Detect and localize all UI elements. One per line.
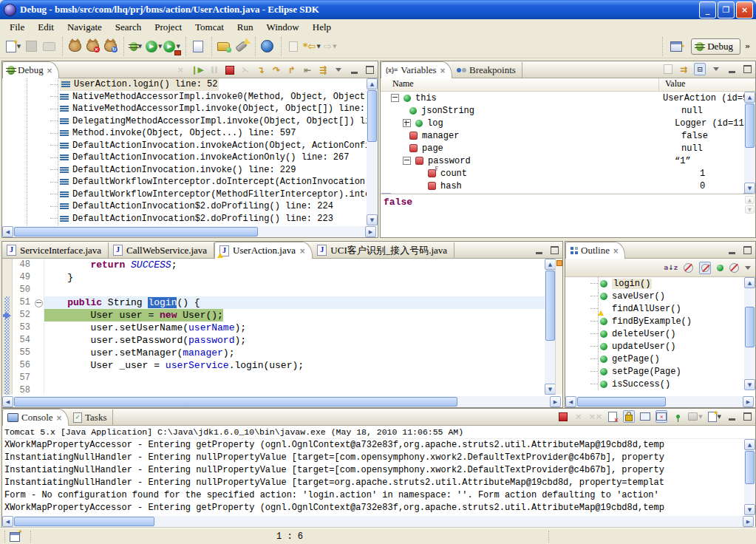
scroll-left-button[interactable]	[2, 516, 13, 527]
remove-all-terminated-icon[interactable]: ××	[589, 411, 602, 422]
collapse-fold-icon[interactable]	[35, 299, 43, 307]
scroll-thumb[interactable]	[577, 397, 666, 407]
collapse-expander-icon[interactable]	[391, 94, 399, 102]
editor-tab[interactable]: ServiceInterface.java	[2, 242, 109, 258]
menu-help[interactable]: Help	[306, 21, 338, 34]
minimize-view-icon[interactable]	[726, 64, 737, 75]
show-console-doc-icon[interactable]	[190, 38, 206, 55]
variable-row[interactable]: hash 0	[381, 180, 755, 192]
menu-search[interactable]: Search	[109, 21, 148, 34]
scroll-down-button[interactable]	[367, 214, 378, 225]
search-icon[interactable]	[234, 38, 250, 55]
hide-non-public-icon[interactable]	[717, 265, 723, 271]
detail-scroll-up-button[interactable]	[745, 196, 755, 204]
sort-icon[interactable]: a↓z	[664, 264, 678, 271]
menu-file[interactable]: File	[3, 21, 31, 34]
console-vertical-scrollbar[interactable]	[744, 439, 755, 515]
run-launch-icon[interactable]: ▶▼	[146, 38, 162, 55]
back-icon[interactable]: *⇦▼	[303, 38, 321, 55]
scroll-down-button[interactable]	[744, 183, 755, 194]
terminate-icon[interactable]	[558, 411, 568, 422]
tomcat-restart-icon[interactable]: ↻	[102, 38, 118, 55]
editor-vertical-scrollbar[interactable]	[545, 259, 556, 395]
scroll-up-button[interactable]	[367, 78, 378, 89]
suspend-icon[interactable]	[209, 64, 219, 75]
perspective-debug-button[interactable]: Debug	[691, 38, 740, 55]
use-step-filters-icon[interactable]: ⇶	[318, 64, 328, 75]
outline-item[interactable]: isSuccess()	[565, 378, 755, 390]
scroll-left-button[interactable]	[2, 396, 13, 407]
tasks-tab[interactable]: ✓ Tasks	[69, 409, 113, 425]
collapse-expander-icon[interactable]	[403, 157, 411, 165]
editor-tab[interactable]: UCI客户识别_接入号码.java	[313, 242, 454, 258]
scroll-right-button[interactable]	[550, 396, 561, 407]
web-browser-icon[interactable]	[259, 38, 276, 55]
editor-fold-column[interactable]	[33, 259, 44, 395]
stack-frame[interactable]: DefaultActionInvocation.invokeAction(Obj…	[2, 140, 378, 152]
scroll-lock-icon[interactable]	[623, 410, 635, 423]
editor-marker-bar[interactable]	[2, 259, 13, 395]
menu-edit[interactable]: Edit	[31, 21, 61, 34]
scroll-thumb[interactable]	[14, 227, 258, 237]
scroll-down-button[interactable]	[545, 384, 556, 395]
maximize-view-icon[interactable]	[742, 64, 752, 75]
maximize-view-icon[interactable]	[549, 245, 559, 256]
scroll-thumb[interactable]	[745, 103, 755, 148]
outline-item[interactable]: saveUser()	[565, 290, 755, 302]
stack-frame[interactable]: Method.invoke(Object, Object...) line: 5…	[2, 127, 378, 140]
collapse-all-icon[interactable]: ⊟	[694, 63, 706, 75]
detail-scroll-down-button[interactable]	[745, 205, 755, 214]
outline-item[interactable]: updateUser()	[565, 340, 755, 353]
editor-overview-ruler[interactable]	[555, 259, 562, 395]
scroll-thumb[interactable]	[14, 517, 154, 526]
hide-local-types-icon[interactable]	[729, 263, 739, 273]
minimize-view-icon[interactable]	[534, 245, 544, 256]
menu-project[interactable]: Project	[148, 21, 188, 34]
tomcat-stop-icon[interactable]: ×	[84, 38, 101, 55]
variables-tab[interactable]: (x)= Variables ×	[381, 61, 452, 78]
stack-frame[interactable]: DefaultActionInvocation$2.doProfiling() …	[2, 200, 378, 213]
stack-frame[interactable]: UserAction.login() line: 52	[2, 78, 378, 91]
maximize-view-icon[interactable]	[742, 245, 752, 256]
outline-item[interactable]: setPage(Page)	[565, 365, 755, 378]
debug-launch-icon[interactable]: ▼	[128, 38, 144, 55]
show-type-names-icon[interactable]	[663, 64, 673, 75]
warning-marker[interactable]	[556, 260, 562, 266]
scroll-up-button[interactable]	[744, 277, 755, 288]
clear-console-icon[interactable]: ×	[607, 411, 618, 422]
column-value[interactable]: Value	[659, 78, 685, 91]
view-menu-icon[interactable]	[745, 266, 751, 270]
debug-horizontal-scrollbar[interactable]	[2, 226, 376, 237]
stack-frame[interactable]: DelegatingMethodAccessorImpl.invoke(Obje…	[2, 115, 378, 128]
menu-window[interactable]: Window	[260, 21, 306, 34]
restore-button[interactable]: ❐	[718, 1, 735, 18]
new-wizard-icon[interactable]: ★▼	[5, 38, 21, 55]
scroll-thumb[interactable]	[545, 271, 555, 341]
console-horizontal-scrollbar[interactable]	[2, 516, 754, 527]
breakpoints-tab[interactable]: Breakpoints	[452, 62, 522, 78]
variable-row[interactable]: page null	[381, 142, 755, 154]
scroll-down-button[interactable]	[744, 379, 755, 390]
variable-row[interactable]: Fcount 1	[381, 167, 755, 180]
title-bar[interactable]: Debug - bmsh/src/com/lhq/prj/bms/action/…	[0, 0, 756, 19]
stack-frame[interactable]: DefaultActionInvocation$2.doProfiling() …	[2, 213, 378, 225]
outline-item[interactable]: findByExample()	[565, 315, 755, 327]
maximize-view-icon[interactable]	[364, 64, 375, 75]
external-tools-icon[interactable]: ▶▼	[163, 38, 180, 55]
editor-horizontal-scrollbar[interactable]	[2, 396, 561, 407]
step-over-icon[interactable]: ↷	[271, 64, 282, 75]
outline-tab[interactable]: Outline ×	[565, 242, 625, 259]
close-icon[interactable]: ×	[613, 247, 619, 255]
debug-vertical-scrollbar[interactable]	[367, 78, 378, 225]
variables-vertical-scrollbar[interactable]	[744, 92, 755, 194]
scroll-right-button[interactable]	[743, 396, 754, 407]
forward-icon[interactable]: ⇨▼	[322, 38, 338, 55]
drop-to-frame-icon[interactable]: ⇤	[302, 64, 313, 75]
editor-code[interactable]: return SUCCESS; } public String login() …	[44, 259, 545, 395]
show-console-stderr-icon[interactable]: ×	[655, 410, 667, 423]
pin-console-icon[interactable]	[672, 411, 683, 422]
scroll-up-button[interactable]	[744, 439, 755, 450]
scroll-down-button[interactable]	[744, 504, 755, 515]
save-icon[interactable]	[23, 38, 39, 55]
editor-tab-active[interactable]: UserAction.java×	[214, 242, 313, 259]
